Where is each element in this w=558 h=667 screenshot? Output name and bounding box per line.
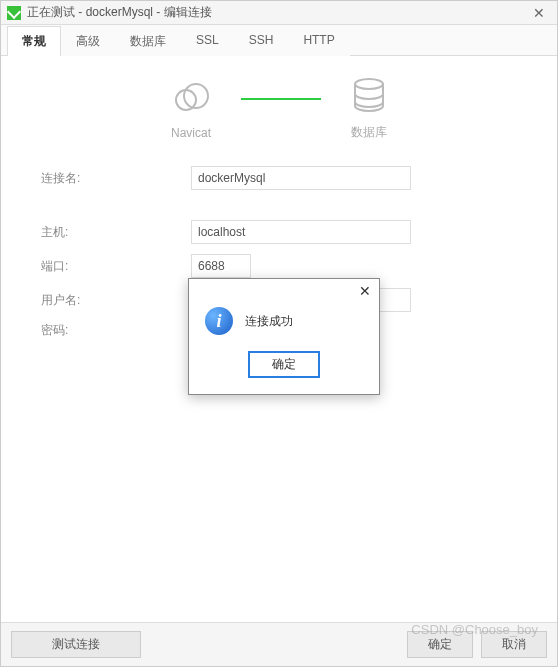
svg-point-2 bbox=[355, 79, 383, 89]
connection-diagram: Navicat 数据库 bbox=[21, 76, 537, 141]
database-node: 数据库 bbox=[351, 76, 387, 141]
connection-line bbox=[241, 98, 321, 100]
tab-http[interactable]: HTTP bbox=[288, 26, 349, 56]
window-title: 正在测试 - dockerMysql - 编辑连接 bbox=[27, 4, 527, 21]
message-dialog: ✕ i 连接成功 确定 bbox=[188, 278, 380, 395]
window-close-button[interactable]: ✕ bbox=[527, 3, 551, 23]
label-username: 用户名: bbox=[21, 292, 191, 309]
label-host: 主机: bbox=[21, 224, 191, 241]
test-connection-button[interactable]: 测试连接 bbox=[11, 631, 141, 658]
dialog-footer: 确定 bbox=[189, 351, 379, 394]
tab-general[interactable]: 常规 bbox=[7, 26, 61, 56]
ok-button[interactable]: 确定 bbox=[407, 631, 473, 658]
label-connection-name: 连接名: bbox=[21, 170, 191, 187]
app-icon bbox=[7, 6, 21, 20]
tabs: 常规 高级 数据库 SSL SSH HTTP bbox=[1, 25, 557, 56]
navicat-label: Navicat bbox=[171, 126, 211, 140]
tab-ssl[interactable]: SSL bbox=[181, 26, 234, 56]
footer: 测试连接 确定 取消 bbox=[1, 622, 557, 666]
navicat-icon bbox=[171, 78, 211, 118]
input-port[interactable] bbox=[191, 254, 251, 278]
label-port: 端口: bbox=[21, 258, 191, 275]
dialog-close-button[interactable]: ✕ bbox=[189, 279, 379, 303]
database-label: 数据库 bbox=[351, 124, 387, 141]
tab-advanced[interactable]: 高级 bbox=[61, 26, 115, 56]
database-icon bbox=[351, 76, 387, 116]
tab-database[interactable]: 数据库 bbox=[115, 26, 181, 56]
dialog-message: 连接成功 bbox=[245, 313, 293, 330]
tab-ssh[interactable]: SSH bbox=[234, 26, 289, 56]
input-connection-name[interactable] bbox=[191, 166, 411, 190]
dialog-ok-button[interactable]: 确定 bbox=[248, 351, 320, 378]
info-icon: i bbox=[205, 307, 233, 335]
row-port: 端口: bbox=[21, 254, 537, 278]
cancel-button[interactable]: 取消 bbox=[481, 631, 547, 658]
label-password: 密码: bbox=[21, 322, 191, 339]
titlebar: 正在测试 - dockerMysql - 编辑连接 ✕ bbox=[1, 1, 557, 25]
row-connection-name: 连接名: bbox=[21, 166, 537, 190]
row-host: 主机: bbox=[21, 220, 537, 244]
input-host[interactable] bbox=[191, 220, 411, 244]
navicat-node: Navicat bbox=[171, 78, 211, 140]
dialog-body: i 连接成功 bbox=[189, 303, 379, 351]
